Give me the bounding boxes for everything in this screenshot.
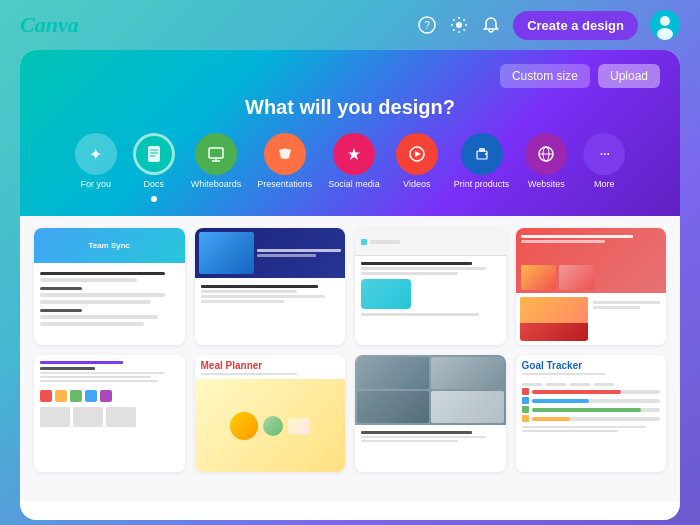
icon-websites[interactable]: Websites <box>525 133 567 202</box>
template-peters-dream[interactable] <box>355 355 506 472</box>
icon-for-you[interactable]: ✦ For you <box>75 133 117 202</box>
logo: Canva <box>20 12 79 38</box>
hero-top-actions: Custom size Upload <box>40 64 660 88</box>
template-goal-tracker[interactable]: Goal Tracker <box>516 355 667 472</box>
icon-presentations[interactable]: Presentations <box>257 133 312 202</box>
svg-rect-16 <box>479 148 485 152</box>
template-area: Team Sync <box>20 216 680 501</box>
hero-section: Custom size Upload What will you design?… <box>20 50 680 216</box>
template-marketing[interactable] <box>195 228 346 345</box>
notification-icon[interactable] <box>481 15 501 35</box>
nav-right: ? Create a design <box>417 10 680 40</box>
svg-marker-14 <box>415 151 421 157</box>
active-indicator <box>151 196 157 202</box>
template-worksuite[interactable] <box>355 228 506 345</box>
icon-docs[interactable]: Docs <box>133 133 175 202</box>
svg-point-5 <box>657 28 673 40</box>
svg-rect-6 <box>148 146 160 162</box>
icon-print-products[interactable]: Print products <box>454 133 510 202</box>
settings-icon[interactable] <box>449 15 469 35</box>
create-design-button[interactable]: Create a design <box>513 11 638 40</box>
template-social-media[interactable] <box>516 228 667 345</box>
avatar <box>650 10 680 40</box>
icon-more[interactable]: ··· More <box>583 133 625 202</box>
meal-planner-title: Meal Planner <box>201 360 340 371</box>
custom-size-button[interactable]: Custom size <box>500 64 590 88</box>
icon-videos[interactable]: Videos <box>396 133 438 202</box>
svg-rect-10 <box>209 148 223 158</box>
design-type-icons: ✦ For you Docs <box>40 133 660 216</box>
svg-rect-15 <box>477 151 487 159</box>
template-team-sync[interactable]: Team Sync <box>34 228 185 345</box>
svg-point-17 <box>485 153 487 155</box>
svg-point-2 <box>456 22 462 28</box>
template-grid: Team Sync <box>34 228 666 472</box>
svg-text:?: ? <box>424 20 430 31</box>
goal-tracker-title: Goal Tracker <box>522 360 661 371</box>
icon-whiteboards[interactable]: Whiteboards <box>191 133 242 202</box>
help-icon[interactable]: ? <box>417 15 437 35</box>
template-meal-planner[interactable]: Meal Planner <box>195 355 346 472</box>
top-nav: Canva ? Create a design <box>0 0 700 50</box>
main-card: Custom size Upload What will you design?… <box>20 50 680 520</box>
upload-button[interactable]: Upload <box>598 64 660 88</box>
svg-point-4 <box>660 16 670 26</box>
icon-social-media[interactable]: Social media <box>328 133 380 202</box>
template-liceria[interactable] <box>34 355 185 472</box>
app-container: Canva ? Create a design <box>0 0 700 525</box>
hero-title: What will you design? <box>40 96 660 119</box>
